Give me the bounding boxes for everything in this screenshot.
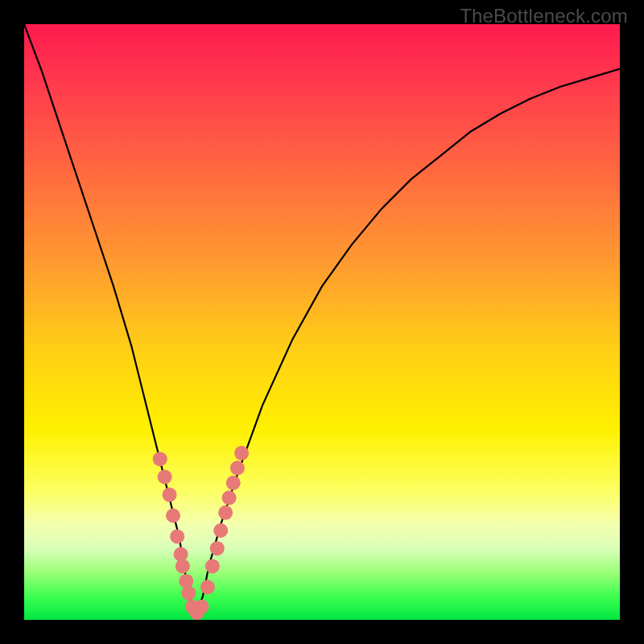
watermark-text: TheBottleneck.com	[460, 5, 628, 27]
chart-frame: TheBottleneck.com	[0, 0, 644, 644]
data-marker	[213, 523, 228, 538]
data-marker	[200, 580, 215, 594]
data-marker	[234, 446, 249, 460]
data-marker	[175, 559, 190, 573]
data-marker	[218, 506, 233, 520]
data-marker	[205, 559, 220, 573]
data-marker	[195, 600, 209, 614]
data-marker	[166, 509, 180, 523]
data-marker	[170, 529, 184, 543]
data-marker-group	[153, 446, 249, 620]
data-marker	[181, 586, 196, 601]
data-marker	[230, 460, 245, 475]
plot-area	[24, 24, 620, 620]
data-marker	[210, 541, 225, 555]
data-marker	[179, 574, 193, 588]
data-marker	[153, 452, 167, 466]
curve-svg	[24, 24, 620, 620]
data-marker	[158, 469, 172, 484]
bottleneck-curve	[24, 24, 620, 614]
data-marker	[163, 488, 177, 502]
data-marker	[222, 490, 237, 505]
data-marker	[226, 476, 241, 490]
